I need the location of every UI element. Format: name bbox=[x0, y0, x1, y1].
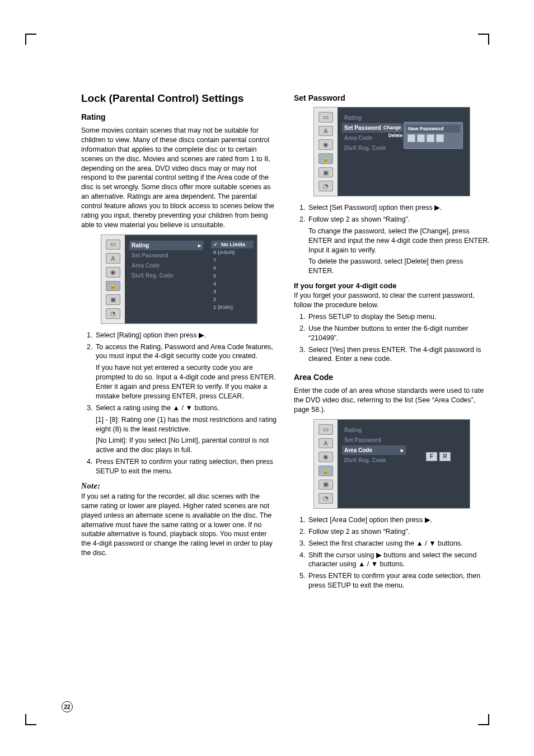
area-code-menu-screenshot: ▭ A ◉ 🔒 ▣ ◔ Rating Set Password Area Cod… bbox=[313, 419, 470, 509]
menu-main: Rating▸ Set Password Area Code DivX Reg.… bbox=[125, 235, 257, 323]
digit-box bbox=[417, 134, 425, 142]
area-char-2: R bbox=[439, 452, 451, 461]
disc-icon: ◔ bbox=[318, 493, 333, 504]
rating-steps: Select [Rating] option then press ▶. To … bbox=[81, 331, 277, 476]
disc-icon: ◔ bbox=[318, 181, 333, 191]
rating-step-3-sub2: [No Limit]: If you select [No Limit], pa… bbox=[96, 436, 277, 455]
right-column: Set Password ▭ A ◉ 🔒 ▣ ◔ Rating Set Pass… bbox=[294, 92, 490, 596]
menu-main: Rating Set Password Area Code▸ DivX Reg.… bbox=[338, 420, 470, 508]
section-title: Lock (Parental Control) Settings bbox=[81, 92, 277, 105]
audio-icon: ◉ bbox=[318, 139, 333, 150]
record-icon: ▣ bbox=[106, 294, 120, 305]
menu-item-set-password: Set Password bbox=[342, 435, 406, 445]
menu-item-list: Rating Set Password Area Code▸ DivX Reg.… bbox=[338, 420, 410, 508]
crop-mark-top-right bbox=[478, 34, 489, 45]
area-step-5: Press ENTER to confirm your area code se… bbox=[307, 571, 490, 590]
menu-item-rating: Rating bbox=[342, 425, 406, 435]
area-step-1: Select [Area Code] option then press ▶. bbox=[307, 515, 490, 525]
opt-2: 2 bbox=[211, 295, 254, 303]
menu-item-list: Rating▸ Set Password Area Code DivX Reg.… bbox=[125, 235, 208, 323]
menu-item-area-code: Area Code bbox=[129, 261, 203, 270]
note-text: If you set a rating for the recorder, al… bbox=[81, 492, 277, 558]
area-intro: Enter the code of an area whose standard… bbox=[294, 386, 490, 415]
lock-icon: 🔒 bbox=[106, 281, 120, 292]
audio-icon: ◉ bbox=[106, 267, 120, 278]
lock-icon: 🔒 bbox=[318, 466, 333, 476]
forget-step-2: Use the Number buttons to enter the 6-di… bbox=[307, 324, 490, 343]
page-number: 22 bbox=[62, 701, 73, 712]
pw-step-2: Follow step 2 as shown “Rating”. To chan… bbox=[307, 215, 490, 276]
record-icon: ▣ bbox=[318, 167, 333, 178]
forget-steps: Press SETUP to display the Setup menu. U… bbox=[294, 312, 490, 364]
digit-box bbox=[436, 134, 444, 142]
forget-step-3: Select [Yes] then press ENTER. The 4-dig… bbox=[307, 345, 490, 364]
menu-main: Rating Set Password▸ Area Code DivX Reg.… bbox=[338, 107, 470, 196]
rating-heading: Rating bbox=[81, 112, 277, 121]
pw-step-1: Select [Set Password] option then press … bbox=[307, 203, 490, 213]
opt-4: 4 bbox=[211, 280, 254, 288]
digit-box bbox=[427, 134, 434, 142]
opt-6: 6 bbox=[211, 264, 254, 272]
change-option: Change bbox=[382, 124, 402, 132]
tv-icon: ▭ bbox=[318, 424, 333, 435]
menu-item-divx: DivX Reg. Code bbox=[342, 143, 400, 153]
rating-step-4: Press ENTER to confirm your rating selec… bbox=[95, 457, 277, 476]
set-password-heading: Set Password bbox=[294, 93, 490, 102]
crop-mark-bottom-right bbox=[478, 714, 489, 725]
note-label: Note: bbox=[81, 482, 277, 491]
opt-1: 1 (Kids) bbox=[211, 303, 254, 311]
password-steps: Select [Set Password] option then press … bbox=[294, 203, 490, 276]
opt-no-limits: No Limits bbox=[211, 241, 254, 248]
forget-step-1: Press SETUP to display the Setup menu. bbox=[307, 312, 490, 322]
popup-title: New Password bbox=[406, 125, 460, 133]
rating-step-3-sub1: [1] - [8]: Rating one (1) has the most r… bbox=[96, 415, 277, 434]
menu-sidebar: ▭ A ◉ 🔒 ▣ ◔ bbox=[314, 107, 338, 196]
password-menu-screenshot: ▭ A ◉ 🔒 ▣ ◔ Rating Set Password▸ Area Co… bbox=[313, 107, 470, 196]
left-column: Lock (Parental Control) Settings Rating … bbox=[81, 92, 277, 596]
area-code-chars: F R bbox=[426, 452, 451, 461]
pw-step-2-extra1: To change the password, select the [Chan… bbox=[308, 227, 490, 255]
area-step-3: Select the first character using the ▲ /… bbox=[307, 539, 490, 548]
area-code-heading: Area Code bbox=[294, 373, 490, 382]
language-icon: A bbox=[318, 126, 333, 137]
page-content: Lock (Parental Control) Settings Rating … bbox=[81, 92, 490, 596]
opt-8: 8 (Adult) bbox=[211, 248, 254, 256]
change-delete-options: Change Delete bbox=[382, 124, 402, 139]
menu-sidebar: ▭ A ◉ 🔒 ▣ ◔ bbox=[101, 235, 125, 323]
rating-step-1: Select [Rating] option then press ▶. bbox=[95, 331, 277, 340]
menu-item-divx: DivX Reg. Code bbox=[342, 456, 406, 465]
rating-step-3: Select a rating using the ▲ / ▼ buttons.… bbox=[95, 403, 277, 455]
language-icon: A bbox=[318, 438, 333, 449]
tv-icon: ▭ bbox=[318, 112, 333, 123]
delete-option: Delete bbox=[382, 132, 402, 139]
disc-icon: ◔ bbox=[106, 308, 120, 319]
lock-icon: 🔒 bbox=[318, 153, 333, 164]
menu-item-rating: Rating bbox=[342, 113, 400, 123]
area-step-4: Shift the cursor using ▶ buttons and sel… bbox=[307, 551, 490, 570]
forget-intro: If you forget your password, to clear th… bbox=[294, 291, 490, 310]
rating-step-2-extra: If you have not yet entered a security c… bbox=[96, 363, 277, 401]
menu-item-set-password: Set Password bbox=[129, 251, 203, 260]
rating-step-2: To access the Rating, Password and Area … bbox=[95, 342, 277, 401]
menu-sidebar: ▭ A ◉ 🔒 ▣ ◔ bbox=[314, 420, 338, 508]
digit-box bbox=[407, 134, 415, 142]
tv-icon: ▭ bbox=[106, 240, 120, 250]
pw-step-2-extra2: To delete the password, select [Delete] … bbox=[308, 257, 490, 276]
crop-mark-top-left bbox=[25, 34, 36, 45]
forget-heading: If you forget your 4-digit code bbox=[294, 281, 490, 290]
password-input-boxes bbox=[407, 134, 459, 142]
area-step-2: Follow step 2 as shown “Rating”. bbox=[307, 527, 490, 537]
opt-7: 7 bbox=[211, 256, 254, 264]
menu-item-area-code: Area Code▸ bbox=[342, 445, 406, 455]
new-password-popup: Change Delete New Password bbox=[404, 122, 463, 149]
rating-options: No Limits 8 (Adult) 7 6 5 4 3 2 1 (Kids) bbox=[208, 235, 257, 323]
menu-item-rating: Rating▸ bbox=[129, 241, 203, 250]
area-steps: Select [Area Code] option then press ▶. … bbox=[294, 515, 490, 590]
record-icon: ▣ bbox=[318, 480, 333, 490]
opt-3: 3 bbox=[211, 288, 254, 295]
opt-5: 5 bbox=[211, 272, 254, 280]
rating-intro: Some movies contain scenes that may not … bbox=[81, 126, 277, 230]
menu-item-divx: DivX Reg. Code bbox=[129, 271, 203, 280]
area-char-1: F bbox=[426, 452, 437, 461]
language-icon: A bbox=[106, 253, 120, 264]
